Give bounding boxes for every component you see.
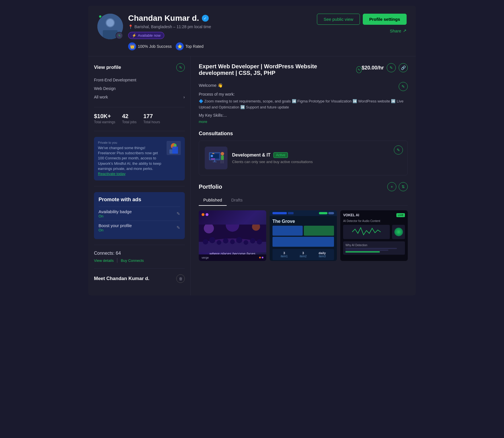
edit-rate-button[interactable]: ✎ [387, 63, 396, 72]
grove-title: The Grove [273, 219, 334, 224]
hourly-rate: $20.00/hr [362, 65, 384, 71]
crown-icon: 👑 [128, 42, 136, 50]
earnings-label: Total earnings [94, 120, 115, 124]
availability-badge-info: Availability badge On [99, 209, 132, 218]
all-work-link[interactable]: All work › [94, 93, 185, 101]
portfolio-title: Portfolio [199, 184, 222, 190]
grove-stat-1: 3item1 [281, 251, 288, 258]
private-notice-card: Private to you We've changed some things… [94, 137, 185, 180]
promote-title: Promote with ads [99, 197, 180, 203]
header-left: ✎ Chandan Kumar d. ✓ 📍 Barishal, Banglad… [97, 14, 211, 50]
tab-published[interactable]: Published [199, 195, 227, 206]
all-work-label: All work [94, 95, 108, 99]
portfolio-item-1[interactable]: where places become faces verge [199, 210, 266, 261]
edit-avatar-button[interactable]: ✎ [116, 32, 123, 39]
vokel-bar-3 [345, 251, 380, 252]
portfolio-section: Portfolio + ⇅ Published Drafts [199, 182, 408, 261]
bio-section: ✎ Welcome 👋 Process of my work: 🔷 Zoom m… [199, 82, 408, 125]
add-portfolio-button[interactable]: + [387, 182, 396, 191]
edit-consultation-button[interactable]: ✎ [394, 145, 403, 155]
share-button[interactable]: Share ↗ [390, 28, 407, 33]
sort-portfolio-button[interactable]: ⇅ [399, 182, 408, 191]
profile-header: ✎ Chandan Kumar d. ✓ 📍 Barishal, Banglad… [88, 6, 416, 56]
edit-bio-button[interactable]: ✎ [399, 82, 408, 91]
see-public-view-button[interactable]: See public view [317, 14, 360, 25]
portfolio-item-2-header [270, 210, 337, 216]
profile-link-frontend[interactable]: Front-End Development [94, 76, 185, 84]
vokel-description: AI Detector for Audio Content [343, 219, 405, 223]
vokel-waveform [343, 225, 390, 239]
title-section: Expert Web Developer | WordPress Website… [199, 63, 408, 76]
svg-rect-21 [214, 160, 215, 162]
sidebar: View profile ✎ Front-End Development Web… [88, 56, 191, 295]
svg-point-33 [250, 238, 255, 244]
svg-point-20 [211, 155, 213, 157]
delete-meet-button[interactable]: 🗑 [176, 274, 185, 283]
svg-rect-15 [220, 160, 222, 163]
purple-dot [206, 213, 208, 216]
availability-text: Available now [138, 33, 161, 38]
boost-profile-item: Boost your profile On ✎ [99, 221, 180, 235]
jobs-stat: 42 Total jobs [122, 113, 137, 124]
hours-label: Total hours [143, 120, 160, 124]
location-pin-icon: 📍 [128, 24, 133, 29]
consultation-name: Development & IT [232, 153, 271, 158]
portfolio-grid: where places become faces verge [199, 210, 408, 261]
tab-drafts-label: Drafts [231, 198, 243, 202]
private-icon-illustration [167, 141, 181, 155]
portfolio-actions: + ⇅ [387, 182, 408, 191]
title-left: Expert Web Developer | WordPress Website… [199, 63, 362, 76]
earnings-value: $10K+ [94, 113, 115, 120]
job-success-badge: 👑 100% Job Success [128, 42, 172, 50]
view-details-link[interactable]: View details [94, 258, 114, 263]
consultation-name-row: Development & IT Active [232, 152, 402, 158]
hours-value: 177 [143, 113, 160, 120]
svg-point-26 [203, 239, 208, 244]
bio-text: Welcome 👋 Process of my work: 🔷 Zoom mee… [199, 82, 408, 125]
svg-rect-14 [221, 155, 224, 160]
boost-profile-info: Boost your profile On [99, 223, 132, 232]
private-notice-section: Private to you We've changed some things… [94, 137, 185, 186]
grove-image-3 [273, 237, 334, 247]
consultation-description: Clients can only see and buy active cons… [232, 160, 402, 164]
lightning-icon: ⚡ [132, 33, 136, 38]
portfolio-item-3[interactable]: VOKEL AI LIVE AI Detector for Audio Cont… [340, 210, 408, 261]
vokel-bar-2 [345, 250, 388, 251]
online-indicator [99, 15, 102, 18]
portfolio-item-2[interactable]: The Grove 3item1 3item2 dailyitem [270, 210, 337, 261]
bio-skills-label: My Key Skills:... [199, 112, 408, 118]
svg-rect-8 [172, 147, 178, 154]
verge-url: verge [202, 256, 209, 259]
tab-drafts[interactable]: Drafts [227, 195, 247, 206]
profile-link-webdesign[interactable]: Web Design [94, 84, 185, 93]
vokel-why-bars [345, 248, 403, 252]
private-body: We've changed some things! Freelancer Pl… [98, 145, 164, 176]
edit-profile-button[interactable]: ✎ [176, 63, 185, 72]
profile-settings-button[interactable]: Profile settings [363, 14, 407, 25]
bio-more-link[interactable]: more [199, 120, 207, 124]
copy-link-button[interactable]: 🔗 [399, 63, 408, 72]
edit-availability-badge-button[interactable]: ✎ [177, 211, 180, 216]
edit-boost-profile-button[interactable]: ✎ [177, 225, 180, 230]
reactivate-link[interactable]: Reactivate today [98, 172, 126, 176]
svg-point-31 [236, 237, 242, 243]
vokel-why-section: Why AI Detection [343, 241, 405, 255]
share-label: Share [390, 28, 401, 33]
portfolio-item-1-dots [202, 213, 208, 216]
svg-point-9 [174, 144, 177, 147]
edit-title-inline-button[interactable]: ✎ [356, 66, 362, 73]
promote-section: Promote with ads Availability badge On ✎… [94, 192, 185, 245]
consultation-card: Development & IT Active Clients can only… [199, 141, 408, 175]
name-row: Chandan Kumar d. ✓ [128, 14, 211, 23]
star-icon: ⭐ [176, 42, 184, 50]
vokel-bar-1 [345, 248, 397, 249]
share-icon: ↗ [403, 28, 407, 33]
buy-connects-link[interactable]: Buy Connects [121, 258, 144, 263]
availability-badge-item: Availability badge On ✎ [99, 207, 180, 221]
availability-badge[interactable]: ⚡ Available now [128, 32, 164, 39]
svg-rect-38 [352, 225, 381, 239]
svg-point-29 [223, 238, 228, 244]
grove-stat-2: 3item2 [300, 251, 306, 258]
consultations-section: Consultations [199, 131, 408, 175]
portfolio-header: Portfolio + ⇅ [199, 182, 408, 191]
